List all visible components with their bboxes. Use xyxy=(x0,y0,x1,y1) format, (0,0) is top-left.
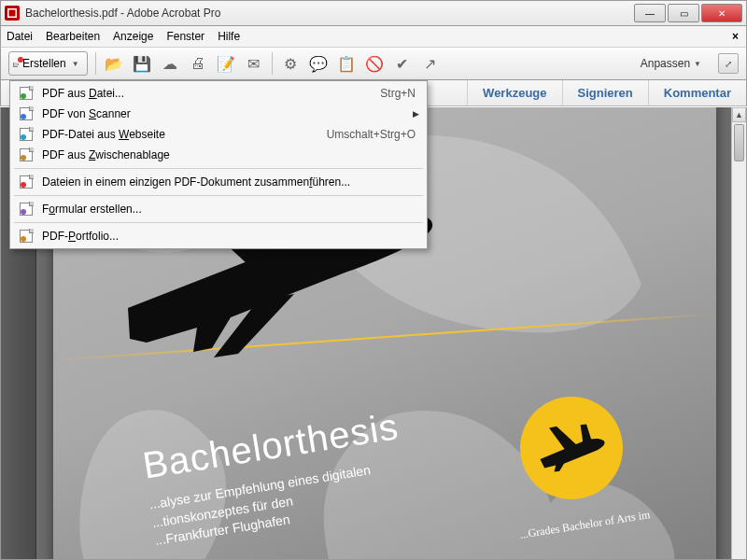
menu-separator xyxy=(14,195,423,196)
submenu-arrow-icon: ▶ xyxy=(413,109,419,119)
stamp-cancel-icon[interactable]: 🚫 xyxy=(364,53,385,74)
menu-pdf-form[interactable]: Formular erstellen... xyxy=(12,199,425,219)
menubar-close-doc-button[interactable]: × xyxy=(732,30,739,43)
menu-anzeige[interactable]: Anzeige xyxy=(113,30,153,43)
close-button[interactable]: ✕ xyxy=(701,4,742,22)
menu-pdf-combine[interactable]: Dateien in einem einzigen PDF-Dokument z… xyxy=(12,172,425,192)
fullscreen-toggle-icon[interactable]: ⤢ xyxy=(718,53,739,74)
minimize-button[interactable]: — xyxy=(634,4,666,22)
highlight-note-icon[interactable]: 📋 xyxy=(336,53,357,74)
pdf-form-icon xyxy=(18,202,35,217)
tab-werkzeuge[interactable]: Werkzeuge xyxy=(467,80,561,105)
tab-kommentar[interactable]: Kommentar xyxy=(648,80,746,105)
menu-item-label: PDF aus Datei... xyxy=(42,87,380,100)
share-icon[interactable]: ↗ xyxy=(420,53,441,74)
main-toolbar: Erstellen ▼ 📂 💾 ☁ 🖨 📝 ✉ ⚙ 💬 📋 🚫 ✔ ↗ Anpa… xyxy=(0,47,747,80)
sun-airplane-badge xyxy=(520,397,623,499)
create-button-label: Erstellen xyxy=(22,57,66,70)
mail-icon[interactable]: ✉ xyxy=(244,53,264,74)
window-titlebar: Bachelorthesis.pdf - Adobe Acrobat Pro —… xyxy=(0,0,747,26)
pdf-portfolio-icon xyxy=(18,229,35,244)
menu-pdf-portfolio[interactable]: PDF-Portfolio... xyxy=(12,226,425,246)
toolbar-separator xyxy=(272,52,273,75)
stamp-check-icon[interactable]: ✔ xyxy=(392,53,413,74)
save-icon[interactable]: 💾 xyxy=(132,53,152,74)
menu-bearbeiten[interactable]: Bearbeiten xyxy=(46,30,100,43)
pdf-from-scanner-icon xyxy=(18,106,35,121)
scrollbar-thumb[interactable] xyxy=(734,124,744,161)
pdf-from-clipboard-icon xyxy=(18,147,35,162)
menu-item-label: Formular erstellen... xyxy=(42,203,419,216)
menu-separator xyxy=(14,222,423,223)
open-folder-icon[interactable]: 📂 xyxy=(104,53,124,74)
menu-pdf-from-clipboard[interactable]: PDF aus Zwischenablage xyxy=(12,145,425,165)
comment-icon[interactable]: 💬 xyxy=(308,53,329,74)
menu-item-shortcut: Umschalt+Strg+O xyxy=(327,128,416,141)
vertical-scrollbar[interactable]: ▲ xyxy=(731,107,746,559)
menu-item-label: PDF-Datei aus Webseite xyxy=(42,128,327,141)
chevron-down-icon: ▼ xyxy=(694,60,701,68)
window-title: Bachelorthesis.pdf - Adobe Acrobat Pro xyxy=(25,7,634,20)
window-controls: — ▭ ✕ xyxy=(634,4,742,22)
maximize-button[interactable]: ▭ xyxy=(668,4,699,22)
menubar: Datei Bearbeiten Anzeige Fenster Hilfe × xyxy=(0,26,747,47)
menu-pdf-from-file[interactable]: PDF aus Datei... Strg+N xyxy=(12,83,425,104)
pdf-combine-icon xyxy=(18,175,35,189)
customize-label: Anpassen xyxy=(641,57,690,70)
pdf-from-web-icon xyxy=(18,127,35,142)
cloud-upload-icon[interactable]: ☁ xyxy=(160,53,180,74)
gear-icon[interactable]: ⚙ xyxy=(280,53,301,74)
menu-separator xyxy=(14,168,423,169)
create-dropdown-menu: PDF aus Datei... Strg+N PDF von Scanner … xyxy=(9,80,428,249)
menu-pdf-from-scanner[interactable]: PDF von Scanner ▶ xyxy=(12,104,425,124)
toolbar-separator xyxy=(95,52,96,75)
chevron-down-icon: ▼ xyxy=(72,60,79,68)
menu-item-label: PDF von Scanner xyxy=(42,107,413,120)
edit-page-icon[interactable]: 📝 xyxy=(216,53,236,74)
scroll-up-arrow[interactable]: ▲ xyxy=(732,107,746,122)
print-icon[interactable]: 🖨 xyxy=(188,53,208,74)
tab-signieren[interactable]: Signieren xyxy=(562,80,648,105)
customize-dropdown[interactable]: Anpassen ▼ xyxy=(641,57,701,70)
menu-item-label: PDF-Portfolio... xyxy=(42,230,419,243)
menu-pdf-from-web[interactable]: PDF-Datei aus Webseite Umschalt+Strg+O xyxy=(12,124,425,145)
menu-fenster[interactable]: Fenster xyxy=(166,30,204,43)
pdf-from-file-icon xyxy=(18,86,35,101)
menu-item-shortcut: Strg+N xyxy=(380,87,416,100)
menu-item-label: PDF aus Zwischenablage xyxy=(42,148,419,161)
create-dropdown-button[interactable]: Erstellen ▼ xyxy=(8,51,88,76)
acrobat-app-icon xyxy=(5,6,20,21)
menu-hilfe[interactable]: Hilfe xyxy=(218,30,240,43)
menu-datei[interactable]: Datei xyxy=(7,30,33,43)
menu-item-label: Dateien in einem einzigen PDF-Dokument z… xyxy=(42,175,419,189)
